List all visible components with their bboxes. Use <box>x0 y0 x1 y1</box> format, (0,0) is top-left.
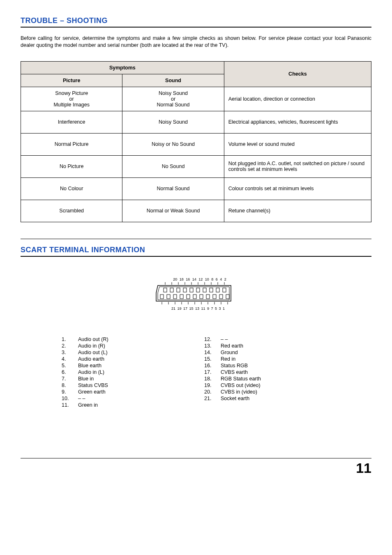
cell-picture: Normal Picture <box>21 133 122 155</box>
cell-check: Electrical appliances, vehicles, fluores… <box>224 111 371 133</box>
pin-item: 13.Red earth <box>204 343 330 349</box>
pin-item: 18.RGB Status earth <box>204 376 330 382</box>
pin-item: 9.Green earth <box>62 389 188 395</box>
cell-picture: No Picture <box>21 155 122 177</box>
page-number: 11 <box>21 460 371 476</box>
cell-sound: Noisy Sound <box>122 111 224 133</box>
pin-item: 7.Blue in <box>62 376 188 382</box>
svg-rect-26 <box>187 295 190 299</box>
svg-rect-27 <box>193 295 196 299</box>
th-sound: Sound <box>122 74 224 87</box>
troubleshooting-table: Symptoms Checks Picture Sound Snowy Pict… <box>21 61 371 222</box>
svg-rect-15 <box>183 288 187 292</box>
cell-picture: Snowy PictureorMultiple Images <box>21 87 122 111</box>
cell-picture: No Colour <box>21 177 122 200</box>
pin-item: 1.Audio out (R) <box>62 336 188 342</box>
cell-sound: Noisy SoundorNormal Sound <box>122 87 224 111</box>
svg-rect-14 <box>177 288 180 292</box>
svg-rect-19 <box>210 288 213 292</box>
section-title-troubleshooting: TROUBLE – SHOOTING <box>21 16 371 25</box>
cell-check: Retune channel(s) <box>224 200 371 222</box>
cell-picture: Scrambled <box>21 200 122 222</box>
scart-connector-diagram: 20 18 16 14 12 10 8 6 4 2 21 19 17 15 13 <box>21 277 371 311</box>
cell-check: Not plugged into A.C. outlet, not switch… <box>224 155 371 177</box>
pin-item: 4.Audio earth <box>62 356 188 362</box>
svg-rect-30 <box>213 295 216 299</box>
svg-rect-18 <box>203 288 206 292</box>
pin-item: 17.CVBS earth <box>204 369 330 375</box>
svg-rect-17 <box>196 288 200 292</box>
pin-item: 6.Audio in (L) <box>62 369 188 375</box>
pin-item: 10.– – <box>62 396 188 401</box>
svg-rect-24 <box>173 295 177 299</box>
pin-item: 3.Audio out (L) <box>62 350 188 355</box>
pin-item: 8.Status CVBS <box>62 382 188 388</box>
pin-numbers-bottom: 21 19 17 15 13 11 9 7 5 3 1 <box>153 306 239 311</box>
pin-item: 2.Audio in (R) <box>62 343 188 349</box>
svg-rect-22 <box>160 295 164 299</box>
svg-rect-20 <box>216 288 219 292</box>
svg-rect-31 <box>219 295 223 299</box>
svg-rect-16 <box>190 288 193 292</box>
svg-rect-21 <box>223 288 226 292</box>
cell-sound: No Sound <box>122 155 224 177</box>
intro-paragraph: Before calling for service, determine th… <box>21 35 371 49</box>
svg-rect-28 <box>200 295 203 299</box>
footer-rule <box>21 458 371 458</box>
svg-rect-29 <box>206 295 210 299</box>
cell-check: Aerial location, direction or connection <box>224 87 371 111</box>
pin-item: 11.Green in <box>62 402 188 408</box>
cell-sound: Normal or Weak Sound <box>122 200 224 222</box>
pin-item: 15.Red in <box>204 356 330 362</box>
cell-sound: Noisy or No Sound <box>122 133 224 155</box>
svg-rect-13 <box>170 288 173 292</box>
rule <box>21 239 371 239</box>
svg-marker-11 <box>158 287 229 300</box>
svg-rect-32 <box>226 295 229 299</box>
svg-rect-12 <box>164 288 167 292</box>
th-checks: Checks <box>224 61 371 87</box>
rule <box>21 256 371 257</box>
pin-item: 5.Blue earth <box>62 363 188 368</box>
pin-item: 21.Socket earth <box>204 396 330 401</box>
th-symptoms: Symptoms <box>21 61 224 74</box>
pin-assignment-list: 1.Audio out (R)2.Audio in (R)3.Audio out… <box>21 336 371 409</box>
pin-item: 20.CVBS in (video) <box>204 389 330 395</box>
pin-item: 16.Status RGB <box>204 363 330 368</box>
svg-rect-25 <box>180 295 183 299</box>
th-picture: Picture <box>21 74 122 87</box>
rule <box>21 27 371 28</box>
pin-item: 19.CVBS out (video) <box>204 382 330 388</box>
cell-picture: Interference <box>21 111 122 133</box>
section-title-scart: SCART TERMINAL INFORMATION <box>21 246 371 254</box>
cell-sound: Normal Sound <box>122 177 224 200</box>
pin-item: 12.– – <box>204 336 330 342</box>
svg-rect-23 <box>167 295 170 299</box>
cell-check: Volume level or sound muted <box>224 133 371 155</box>
pin-item: 14.Ground <box>204 350 330 355</box>
scart-connector-icon <box>153 281 239 305</box>
pin-numbers-top: 20 18 16 14 12 10 8 6 4 2 <box>153 277 239 281</box>
cell-check: Colour controls set at minimum levels <box>224 177 371 200</box>
